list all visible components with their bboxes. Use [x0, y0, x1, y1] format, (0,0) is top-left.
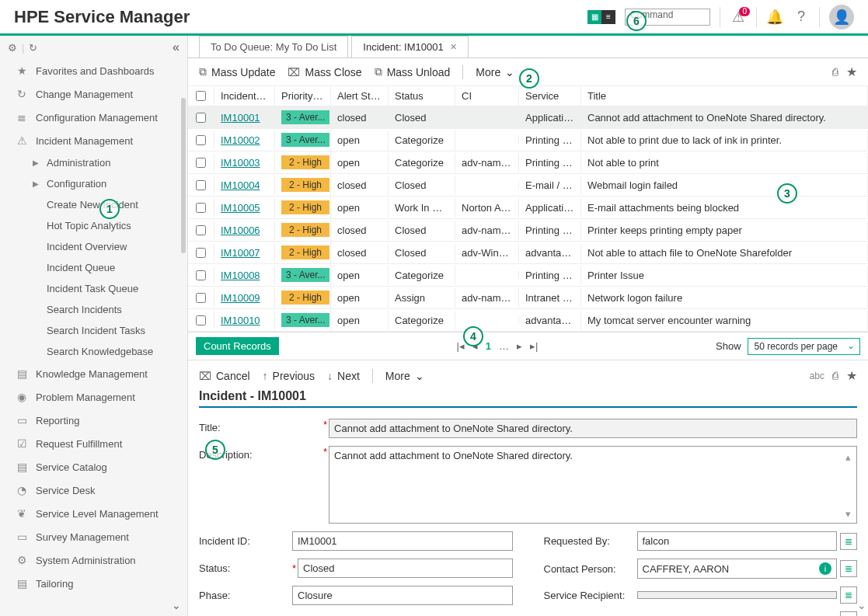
lookup-icon[interactable]: ≣ — [840, 611, 857, 616]
row-checkbox[interactable] — [196, 113, 206, 123]
sidebar-item[interactable]: ▤Service Catalog — [0, 455, 186, 479]
sidebar-sub-item[interactable]: ▶Configuration — [0, 173, 186, 194]
incident-link[interactable]: IM10004 — [221, 179, 260, 191]
print-icon[interactable]: ⎙ — [832, 66, 838, 78]
sidebar-item[interactable]: ▤Knowledge Management — [0, 362, 186, 385]
mass-unload-button[interactable]: ⧉Mass Unload — [375, 65, 451, 78]
incident-link[interactable]: IM10010 — [221, 315, 260, 326]
sidebar-item[interactable]: ▭Reporting — [0, 409, 186, 432]
text-size-icon[interactable]: abc — [810, 371, 824, 381]
sidebar-scrollbar[interactable] — [181, 98, 186, 253]
sidebar-item[interactable]: ❦Service Level Management — [0, 502, 186, 525]
select-all-checkbox[interactable] — [196, 91, 206, 101]
user-avatar[interactable]: 👤 — [829, 5, 854, 30]
sidebar-item[interactable]: ◔Service Desk — [0, 479, 186, 502]
sidebar-sub-item[interactable]: Search Knowledgebase — [0, 341, 186, 362]
lookup-icon[interactable]: ≣ — [840, 586, 857, 604]
table-row[interactable]: IM100072 - HighclosedClosedadv-Windo...a… — [188, 242, 868, 264]
table-row[interactable]: IM100013 - Aver...closedClosedApplicatio… — [188, 106, 868, 129]
col-incident[interactable]: Incident...▲▼ — [214, 86, 275, 106]
sidebar-sub-item[interactable]: Incident Task Queue — [0, 278, 186, 299]
scroll-down-icon[interactable]: ▾ — [845, 508, 855, 520]
bell-icon[interactable]: 🔔 — [766, 9, 783, 26]
next-page-icon[interactable]: ▸ — [517, 340, 522, 352]
help-icon[interactable]: ? — [793, 9, 810, 26]
sidebar-sub-item[interactable]: Hot Topic Analytics — [0, 215, 186, 236]
recipient-field[interactable] — [637, 591, 838, 599]
table-row[interactable]: IM100103 - Aver...openCategorizeadvantag… — [188, 309, 868, 332]
row-checkbox[interactable] — [196, 315, 206, 325]
lookup-icon[interactable]: ≣ — [840, 533, 857, 550]
table-row[interactable]: IM100092 - HighopenAssignadv-nam-s...Int… — [188, 287, 868, 309]
row-checkbox[interactable] — [196, 270, 206, 280]
sidebar-item[interactable]: ▤Tailoring — [0, 572, 186, 595]
incident-link[interactable]: IM10009 — [221, 292, 260, 304]
grid-view-icon[interactable]: ▦ — [587, 10, 601, 24]
info-icon[interactable]: i — [819, 562, 831, 575]
incident-link[interactable]: IM10002 — [221, 134, 260, 146]
lookup-icon[interactable]: ≣ — [840, 560, 857, 577]
sidebar-sub-item[interactable]: ▶Administration — [0, 152, 186, 173]
previous-button[interactable]: ↑Previous — [263, 370, 315, 382]
row-checkbox[interactable] — [196, 248, 206, 258]
sidebar-item[interactable]: ≣Configuration Management — [0, 106, 186, 129]
main-scroll-down-icon[interactable]: ⌄ — [857, 599, 866, 611]
close-icon[interactable]: ✕ — [450, 42, 457, 52]
sidebar-more-icon[interactable]: ⌄ — [172, 599, 181, 611]
sidebar-item[interactable]: ⚠Incident Management — [0, 129, 186, 152]
incident-link[interactable]: IM10003 — [221, 157, 260, 169]
col-title[interactable]: Title — [581, 86, 868, 106]
cancel-button[interactable]: ⌧Cancel — [199, 370, 250, 382]
requested-by-field[interactable]: falcon — [637, 531, 838, 551]
table-row[interactable]: IM100042 - HighclosedClosedE-mail / W...… — [188, 174, 868, 197]
col-alert[interactable]: Alert Sta...▲▼ — [331, 86, 389, 106]
prev-page-icon[interactable]: ◂ — [472, 340, 478, 352]
first-page-icon[interactable]: |◂ — [456, 340, 464, 352]
incident-link[interactable]: IM10008 — [221, 270, 260, 281]
col-priority[interactable]: Priority▲▼ — [275, 86, 331, 106]
incident-link[interactable]: IM10001 — [221, 112, 260, 124]
last-page-icon[interactable]: ▸| — [530, 340, 538, 352]
table-row[interactable]: IM100083 - Aver...openCategorizePrinting… — [188, 264, 868, 287]
incident-link[interactable]: IM10006 — [221, 224, 260, 236]
incident-link[interactable]: IM10005 — [221, 202, 260, 214]
title-field[interactable]: Cannot add attachment to OneNote Shared … — [329, 419, 857, 438]
row-checkbox[interactable] — [196, 135, 206, 145]
tab-incident[interactable]: Incident: IM10001 ✕ — [351, 36, 468, 57]
tab-todo[interactable]: To Do Queue: My To Do List — [199, 36, 348, 57]
col-service[interactable]: Service — [519, 86, 581, 106]
col-status[interactable]: Status — [389, 86, 455, 106]
incident-link[interactable]: IM10007 — [221, 247, 260, 259]
row-checkbox[interactable] — [196, 293, 206, 303]
favorite-icon[interactable]: ★ — [846, 64, 857, 79]
list-view-icon[interactable]: ≡ — [601, 10, 615, 24]
sidebar-item[interactable]: ★Favorites and Dashboards — [0, 59, 186, 82]
table-row[interactable]: IM100052 - HighopenWork In Pr...Norton A… — [188, 197, 868, 219]
col-ci[interactable]: CI — [455, 86, 519, 106]
status-field[interactable]: Closed — [298, 559, 512, 578]
sidebar-sub-item[interactable]: Incident Overview — [0, 236, 186, 257]
favorite-icon[interactable]: ★ — [846, 368, 857, 383]
row-checkbox[interactable] — [196, 158, 206, 168]
print-icon[interactable]: ⎙ — [832, 370, 838, 381]
sidebar-sub-item[interactable]: Incident Queue — [0, 257, 186, 278]
mass-update-button[interactable]: ⧉Mass Update — [199, 65, 275, 78]
table-row[interactable]: IM100062 - HighclosedClosedadv-nam-p...P… — [188, 219, 868, 242]
mass-close-button[interactable]: ⌧Mass Close — [288, 66, 361, 78]
sidebar-item[interactable]: ◉Problem Management — [0, 385, 186, 409]
sidebar-sub-item[interactable]: Search Incidents — [0, 299, 186, 320]
view-toggle[interactable]: ▦ ≡ — [587, 10, 615, 24]
next-button[interactable]: ↓Next — [327, 370, 360, 382]
alert-icon[interactable]: ⚠0 — [730, 9, 747, 26]
sidebar-item[interactable]: ☑Request Fulfillment — [0, 432, 186, 455]
contact-field[interactable]: CAFFREY, AARONi — [637, 559, 838, 579]
row-checkbox[interactable] — [196, 180, 206, 190]
page-size-select[interactable]: 50 records per page — [748, 338, 860, 355]
sidebar-sub-item[interactable]: Create New Incident — [0, 194, 186, 215]
collapse-sidebar-icon[interactable]: « — [173, 40, 180, 54]
phase-field[interactable]: Closure — [292, 586, 513, 605]
incident-id-field[interactable]: IM10001 — [292, 531, 513, 551]
sidebar-item[interactable]: ⚙System Administration — [0, 548, 186, 572]
table-row[interactable]: IM100032 - HighopenCategorizeadv-nam-p..… — [188, 151, 868, 174]
row-checkbox[interactable] — [196, 225, 206, 235]
